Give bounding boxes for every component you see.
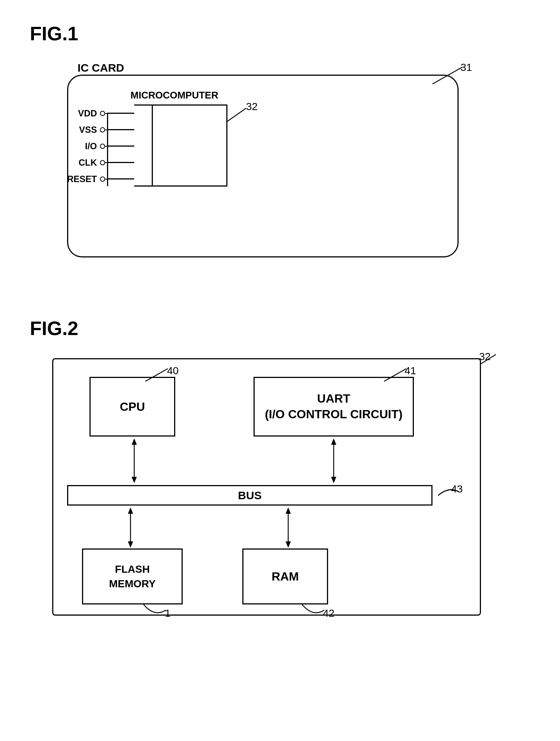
ref-40: 40 (167, 365, 179, 377)
ic-card-box (67, 75, 459, 257)
svg-line-0 (432, 67, 462, 84)
h-line-io (107, 146, 134, 147)
pin-circle-clk (100, 160, 105, 165)
pin-line-vss (105, 129, 107, 131)
pin-circle-vdd (100, 111, 105, 116)
reset-bottom-line (107, 178, 134, 179)
h-line-vdd (107, 113, 134, 114)
pin-label-reset: RESET (60, 174, 97, 184)
flash-label: FLASH MEMORY (109, 562, 156, 591)
ref-31: 31 (460, 62, 472, 74)
ram-bus-arrow (279, 506, 298, 548)
svg-marker-6 (132, 438, 137, 445)
pin-circle-io (100, 144, 105, 149)
ram-label: RAM (272, 570, 299, 584)
chip-notch (134, 106, 153, 185)
cpu-bus-arrow (125, 437, 144, 485)
h-line-vss (107, 129, 134, 130)
pin-vdd: VDD (67, 108, 107, 119)
ic-card-label: IC CARD (75, 62, 127, 74)
pin-reset: RESET (60, 174, 107, 184)
vertical-bus-line (107, 113, 108, 186)
pin-circle-vss (100, 127, 105, 132)
pin-label-vdd: VDD (67, 108, 97, 119)
svg-marker-10 (331, 477, 336, 483)
microcomputer-label: MICROCOMPUTER (130, 90, 218, 101)
uart-bus-arrow (324, 437, 343, 485)
ref-32b: 32 (479, 351, 491, 363)
bus-label: BUS (238, 489, 261, 502)
cpu-block: CPU (89, 377, 175, 437)
bus-bar: BUS (67, 485, 432, 506)
fig1-diagram: IC CARD 31 MICROCOMPUTER 32 VDD (30, 56, 477, 272)
pin-line-io (105, 146, 107, 147)
uart-label: UART (I/O CONTROL CIRCUIT) (265, 391, 402, 422)
pin-label-clk: CLK (67, 157, 97, 168)
pin-line-clk (105, 162, 107, 163)
ref-41: 41 (405, 365, 416, 377)
fig1-label: FIG.1 (30, 22, 530, 45)
ref-32: 32 (246, 101, 258, 113)
ref-42: 42 (323, 607, 334, 619)
ref-43: 43 (451, 483, 463, 495)
cpu-label: CPU (120, 400, 145, 414)
pin-circle-reset (100, 176, 105, 182)
fig2-diagram: 32 40 CPU 41 UART (I/O CONTROL CIRCUIT) … (30, 351, 496, 627)
svg-marker-15 (286, 507, 291, 514)
ref-1: 1 (165, 607, 171, 619)
page: FIG.1 IC CARD 31 MICROCOMPUTER 32 (0, 0, 560, 741)
svg-line-1 (227, 108, 246, 121)
pin-clk: CLK (67, 157, 107, 168)
flash-bus-arrow (121, 506, 140, 548)
svg-marker-16 (286, 541, 291, 548)
pin-vss: VSS (67, 125, 107, 135)
svg-marker-7 (132, 477, 137, 483)
fig2-label: FIG.2 (30, 317, 530, 340)
svg-marker-13 (128, 541, 133, 548)
pin-label-io: I/O (67, 141, 97, 151)
pin-line-vdd (105, 113, 107, 114)
pin-io: I/O (67, 141, 107, 151)
svg-marker-12 (128, 507, 133, 514)
flash-block: FLASH MEMORY (82, 548, 183, 604)
h-line-clk (107, 162, 134, 163)
ram-block: RAM (242, 548, 328, 604)
pin-label-vss: VSS (67, 125, 97, 135)
uart-block: UART (I/O CONTROL CIRCUIT) (254, 377, 414, 437)
svg-marker-9 (331, 438, 336, 445)
